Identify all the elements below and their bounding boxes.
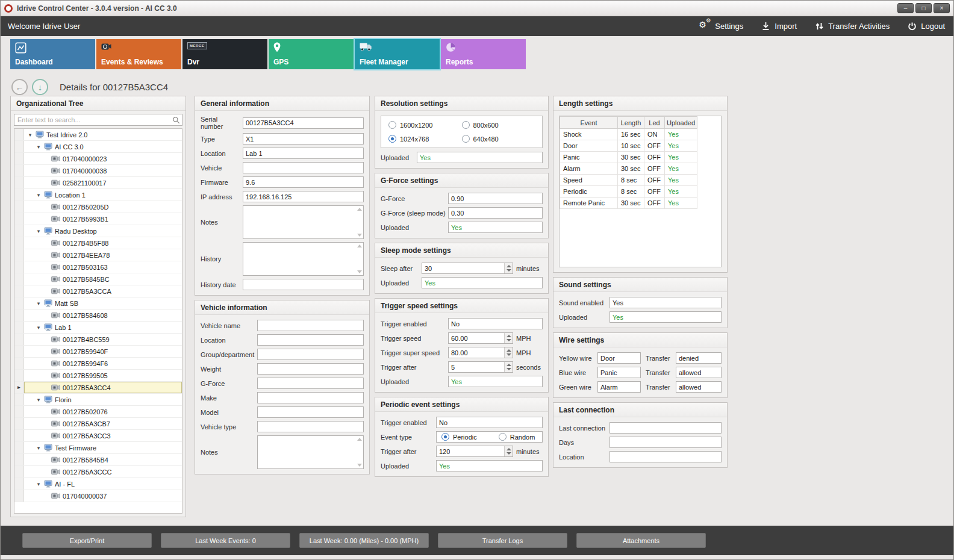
notes-input[interactable] (257, 435, 364, 469)
tree-node-00127b5845bc[interactable]: 00127B5845BC (14, 273, 182, 285)
sound-enabled-input[interactable]: Yes (610, 297, 722, 308)
spinner-icon[interactable] (504, 263, 513, 273)
maximize-button[interactable]: □ (915, 3, 932, 13)
import-button[interactable]: Import (761, 22, 797, 31)
resolution-option-640x480[interactable]: 640x480 (462, 135, 535, 143)
blue-wire-input[interactable]: Panic (597, 367, 641, 378)
tree-node-00127b5a3cb7[interactable]: 00127B5A3CB7 (14, 418, 182, 430)
yellow-wire-input[interactable]: Door (597, 352, 641, 364)
resolution-option-1600x1200[interactable]: 1600x1200 (388, 121, 462, 129)
tree-node-00127b4b5f88[interactable]: 00127B4B5F88 (14, 237, 182, 249)
tree-node-00127b4bc559[interactable]: 00127B4BC559 (14, 334, 182, 346)
tree-node-florin[interactable]: ▾Florin (14, 394, 182, 406)
tree-node-lab-1[interactable]: ▾Lab 1 (14, 322, 182, 334)
vehicle-name-input[interactable] (257, 320, 364, 331)
resolution-option-1024x768[interactable]: 1024x768 (388, 135, 462, 143)
tree-node-00127b59940f[interactable]: 00127B59940F (14, 346, 182, 358)
trigger-super-speed-input[interactable]: 80.00 (448, 347, 513, 358)
model-input[interactable] (257, 406, 364, 418)
uploaded-input[interactable]: Yes (417, 152, 543, 163)
g-force-input[interactable]: 0.90 (448, 193, 543, 204)
tree-node-location-1[interactable]: ▾Location 1 (14, 189, 182, 201)
tab-dvr[interactable]: MERGEDvr (182, 39, 267, 69)
tree-node-test-firmware[interactable]: ▾Test Firmware (14, 442, 182, 454)
expander-icon[interactable]: ▾ (36, 397, 42, 403)
tree-node-00127b50205d[interactable]: 00127B50205D (14, 201, 182, 213)
event-type-option-random[interactable]: Random (499, 433, 535, 441)
tree-node-00127b5a3cc4[interactable]: ►00127B5A3CC4 (14, 382, 182, 394)
tree-node-00127b5993b1[interactable]: 00127B5993B1 (14, 213, 182, 225)
scroll-down-button[interactable]: ↓ (32, 79, 48, 95)
tree-node-ai-fl[interactable]: ▾AI - FL (14, 478, 182, 490)
history-input[interactable] (243, 242, 364, 276)
type-input[interactable]: X1 (243, 133, 364, 145)
logout-button[interactable]: Logout (908, 22, 945, 31)
location-input[interactable]: Lab 1 (243, 148, 364, 159)
trigger-speed-input[interactable]: 60.00 (448, 332, 513, 344)
spinner-icon[interactable] (504, 347, 513, 358)
tree-node-00127b5994f6[interactable]: 00127B5994F6 (14, 358, 182, 370)
transfer-activities-button[interactable]: Transfer Activities (815, 22, 890, 31)
resolution-option-800x600[interactable]: 800x600 (462, 121, 535, 129)
firmware-input[interactable]: 9.6 (243, 176, 364, 188)
yellow-wire-transfer-input[interactable]: denied (676, 352, 722, 364)
g-force-sleep-mode-input[interactable]: 0.30 (448, 207, 543, 219)
tab-reports[interactable]: Reports (441, 39, 526, 69)
tree-node-00127b503163[interactable]: 00127B503163 (14, 261, 182, 273)
tree-node-017040000037[interactable]: 017040000037 (14, 490, 182, 502)
expander-icon[interactable]: ▾ (36, 228, 42, 234)
uploaded-input[interactable]: Yes (448, 376, 543, 387)
tree-node-radu-desktop[interactable]: ▾Radu Desktop (14, 225, 182, 237)
uploaded-input[interactable]: Yes (422, 277, 543, 288)
vehicle-type-input[interactable] (257, 421, 364, 432)
transfer-logs-button[interactable]: Transfer Logs (438, 533, 567, 548)
tree-node-00127b584608[interactable]: 00127B584608 (14, 310, 182, 322)
event-type-option-periodic[interactable]: Periodic (441, 433, 477, 441)
uploaded-input[interactable]: Yes (448, 222, 543, 233)
minimize-button[interactable]: – (897, 3, 914, 13)
settings-button[interactable]: ⚙⚙Settings (699, 22, 743, 31)
tree-node-017040000023[interactable]: 017040000023 (14, 153, 182, 165)
uploaded-input[interactable]: Yes (436, 460, 543, 471)
tree-node-00127b5845b4[interactable]: 00127B5845B4 (14, 454, 182, 466)
make-input[interactable] (257, 392, 364, 403)
trigger-after-input[interactable]: 5 (448, 361, 513, 373)
trigger-after-input[interactable]: 120 (436, 446, 513, 457)
tree-node-test-idrive-2-0[interactable]: ▾Test Idrive 2.0 (14, 129, 182, 141)
tree-node-00127b5a3ccc[interactable]: 00127B5A3CCC (14, 466, 182, 478)
days-input[interactable] (610, 437, 722, 448)
spinner-icon[interactable] (504, 362, 513, 372)
trigger-enabled-input[interactable]: No (436, 417, 543, 428)
tree-node-00127b5a3cca[interactable]: 00127B5A3CCA (14, 285, 182, 297)
tab-events-reviews[interactable]: Events & Reviews (96, 39, 181, 69)
tree-node-025821100017[interactable]: 025821100017 (14, 177, 182, 189)
expander-icon[interactable]: ▾ (27, 132, 33, 138)
uploaded-input[interactable]: Yes (610, 311, 722, 323)
last-week-events-0-button[interactable]: Last Week Events: 0 (161, 533, 290, 548)
history-date-input[interactable] (243, 279, 364, 290)
spinner-icon[interactable] (504, 333, 513, 343)
g-force-input[interactable] (257, 378, 364, 389)
vehicle-input[interactable] (243, 162, 364, 173)
tab-fleet-manager[interactable]: Fleet Manager (355, 39, 440, 69)
location-input[interactable] (610, 451, 722, 462)
expander-icon[interactable]: ▾ (36, 325, 42, 331)
sleep-after-input[interactable]: 30 (422, 263, 513, 274)
last-week-0-00-miles-0-00-mph-button[interactable]: Last Week: 0.00 (Miles) - 0.00 (MPH) (299, 533, 429, 548)
serial-number-input[interactable]: 00127B5A3CC4 (243, 117, 364, 129)
tree-node-00127b4eea78[interactable]: 00127B4EEA78 (14, 249, 182, 261)
last-connection-input[interactable] (610, 422, 722, 434)
export-print-button[interactable]: Export/Print (22, 533, 152, 548)
expander-icon[interactable]: ▾ (36, 144, 42, 150)
tree-node-matt-sb[interactable]: ▾Matt SB (14, 297, 182, 310)
ip-address-input[interactable]: 192.168.16.125 (243, 191, 364, 202)
back-button[interactable]: ← (11, 79, 28, 95)
tree-node-00127b502076[interactable]: 00127B502076 (14, 406, 182, 418)
trigger-enabled-input[interactable]: No (448, 318, 543, 329)
expander-icon[interactable]: ▾ (36, 192, 42, 198)
expander-icon[interactable]: ▾ (36, 445, 42, 451)
blue-wire-transfer-input[interactable]: allowed (676, 367, 722, 378)
weight-input[interactable] (257, 363, 364, 375)
expander-icon[interactable]: ▾ (36, 300, 42, 306)
close-button[interactable]: × (934, 3, 950, 13)
